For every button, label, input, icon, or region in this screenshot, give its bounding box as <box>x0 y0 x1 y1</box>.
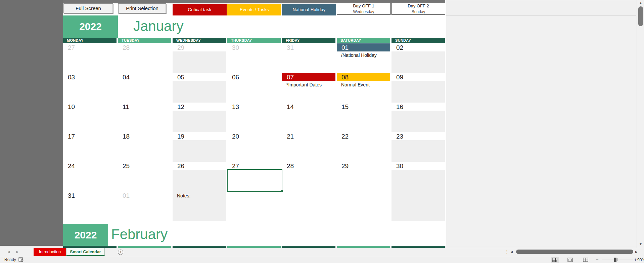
sheet-left-margin <box>0 0 63 246</box>
status-ready-label: Ready <box>4 257 16 262</box>
print-selection-button[interactable]: Print Selection <box>118 3 166 13</box>
zoom-level[interactable]: 90% <box>637 258 644 262</box>
full-screen-button[interactable]: Full Screen <box>63 3 113 13</box>
month-title-february: February <box>111 224 168 246</box>
zoom-out-icon[interactable]: − <box>596 257 599 262</box>
hscroll-right-icon[interactable]: ▶ <box>635 250 638 254</box>
vertical-scrollbar-thumb[interactable] <box>638 6 643 26</box>
zoom-slider-thumb[interactable] <box>614 258 616 262</box>
legend-events-tasks: Events / Tasks <box>227 4 281 15</box>
scroll-up-icon[interactable]: ▲ <box>637 1 644 5</box>
year-badge-february: 2022 <box>63 224 108 246</box>
horizontal-scrollbar-thumb[interactable] <box>516 250 633 254</box>
excel-window: Full Screen Print Selection Critical tas… <box>0 0 644 263</box>
page-break-view-icon[interactable] <box>582 257 590 263</box>
spreadsheet-area <box>63 3 446 246</box>
sheet-right-band <box>446 1 636 15</box>
day-off-1-value: Wednesday <box>337 9 390 14</box>
zoom-slider-track[interactable] <box>602 260 633 260</box>
vertical-scrollbar[interactable]: ▲ ▼ <box>637 0 644 248</box>
legend-critical-task: Critical task <box>173 4 227 15</box>
legend-national-holiday: National Holiday <box>282 4 336 15</box>
day-off-2-title: Day OFF 2 <box>392 3 445 9</box>
sheet-tab-bar: ◀ ▶ Introduction Smart Calendar + ⋮ ◀ ▶ <box>0 248 644 256</box>
scroll-down-icon[interactable]: ▼ <box>637 242 644 246</box>
zoom-in-icon[interactable]: + <box>634 257 637 262</box>
day-off-1-box[interactable]: Day OFF 1 Wednesday <box>337 3 390 15</box>
day-off-1-title: Day OFF 1 <box>337 3 390 9</box>
page-layout-view-icon[interactable] <box>566 257 574 263</box>
day-off-2-value: Sunday <box>392 9 445 14</box>
year-badge-january: 2022 <box>63 15 118 38</box>
sheet-tab-smart-calendar[interactable]: Smart Calendar <box>66 248 105 256</box>
normal-view-icon[interactable] <box>551 257 559 263</box>
sheet-tab-introduction[interactable]: Introduction <box>34 248 66 256</box>
zoom-slider-notch <box>617 258 617 261</box>
sheet-right-area <box>446 0 637 248</box>
tab-scroll-splitter[interactable]: ⋮ <box>505 249 509 254</box>
hscroll-left-icon[interactable]: ◀ <box>510 250 513 254</box>
tab-nav-left-icon[interactable]: ◀ <box>7 250 10 254</box>
new-sheet-icon[interactable]: + <box>118 250 123 255</box>
tab-nav-right-icon[interactable]: ▶ <box>16 250 19 254</box>
month-title-january: January <box>133 15 183 38</box>
macro-record-icon[interactable] <box>18 257 24 263</box>
status-bar: Ready <box>0 256 644 263</box>
day-off-2-box[interactable]: Day OFF 2 Sunday <box>392 3 445 15</box>
